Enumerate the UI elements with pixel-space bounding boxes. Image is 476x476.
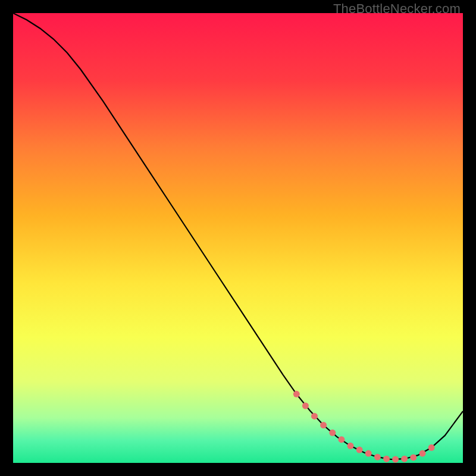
chart-frame bbox=[13, 13, 463, 463]
marker-dot bbox=[356, 447, 363, 453]
marker-dot bbox=[383, 456, 390, 462]
marker-dot bbox=[428, 444, 435, 451]
marker-dot bbox=[365, 450, 372, 457]
chart-svg bbox=[13, 13, 463, 463]
marker-dot bbox=[293, 391, 300, 397]
marker-dot bbox=[410, 454, 416, 461]
marker-dot bbox=[347, 443, 354, 449]
marker-dot bbox=[392, 456, 399, 463]
marker-dot bbox=[329, 430, 336, 436]
marker-dot bbox=[311, 413, 318, 419]
marker-dot bbox=[419, 450, 426, 457]
marker-dot bbox=[302, 403, 309, 409]
marker-dot bbox=[338, 436, 345, 443]
marker-dot bbox=[320, 422, 327, 428]
marker-dot bbox=[374, 454, 381, 461]
marker-dot bbox=[401, 456, 408, 462]
gradient-background bbox=[13, 13, 463, 463]
watermark-text: TheBottleNecker.com bbox=[333, 1, 461, 17]
